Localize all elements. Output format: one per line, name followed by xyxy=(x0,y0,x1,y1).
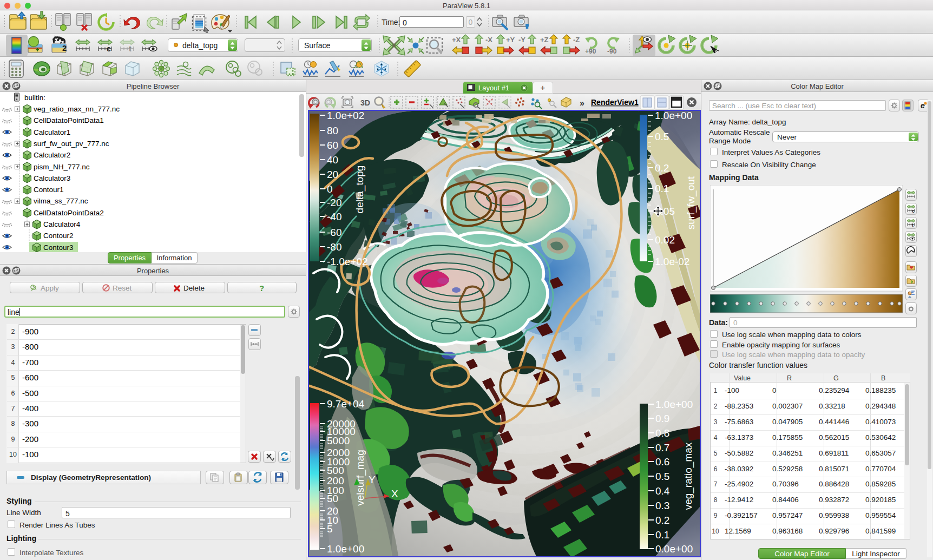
svg-text:0: 0 xyxy=(327,183,333,195)
svg-text:delta_topg: delta_topg xyxy=(354,166,366,214)
svg-text:40: 40 xyxy=(327,154,338,166)
svg-text:vilma_ss_777.nc: vilma_ss_777.nc xyxy=(34,197,88,205)
svg-text:0.0e+00: 0.0e+00 xyxy=(655,543,693,555)
svg-text:-Z: -Z xyxy=(573,36,580,44)
svg-text:Contour3: Contour3 xyxy=(43,243,74,252)
svg-text:9.7e+04: 9.7e+04 xyxy=(327,398,365,410)
svg-text:Calculator4: Calculator4 xyxy=(43,220,81,228)
svg-text:0.1: 0.1 xyxy=(655,529,669,541)
svg-text:60: 60 xyxy=(327,140,338,151)
svg-text:3D: 3D xyxy=(360,98,370,107)
svg-text:0.5: 0.5 xyxy=(655,471,669,482)
svg-text:CellDatatoPointData2: CellDatatoPointData2 xyxy=(34,209,104,217)
svg-text:0.2: 0.2 xyxy=(655,515,669,526)
svg-text:+Z: +Z xyxy=(540,36,549,44)
svg-text:+90: +90 xyxy=(585,48,596,55)
svg-text:50: 50 xyxy=(327,493,338,504)
svg-text:surf_fw_out_pv_777.nc: surf_fw_out_pv_777.nc xyxy=(34,140,109,148)
svg-text:0.6: 0.6 xyxy=(655,456,669,467)
svg-text:1.0e+02: 1.0e+02 xyxy=(327,111,364,121)
svg-text:+X: +X xyxy=(452,36,461,44)
svg-text:-Y: -Y xyxy=(518,36,525,44)
svg-text:Contour2: Contour2 xyxy=(43,232,74,240)
svg-text:RenderView1: RenderView1 xyxy=(591,98,639,107)
svg-text:0.02: 0.02 xyxy=(655,234,675,246)
svg-text:surf_fw_out: surf_fw_out xyxy=(685,176,697,229)
svg-text:1.0e+00: 1.0e+00 xyxy=(327,543,364,555)
svg-text:5000: 5000 xyxy=(327,435,350,446)
svg-text:1.0e+00: 1.0e+00 xyxy=(655,399,693,410)
svg-text:-80: -80 xyxy=(327,241,341,253)
svg-text:0.3: 0.3 xyxy=(655,500,669,511)
svg-text:20: 20 xyxy=(327,169,338,180)
svg-text:Y: Y xyxy=(369,474,376,485)
svg-text:»: » xyxy=(580,98,584,108)
svg-text:-90: -90 xyxy=(607,48,617,55)
svg-text:veg_ratio_max: veg_ratio_max xyxy=(682,442,694,510)
svg-text:0.2: 0.2 xyxy=(655,162,669,174)
svg-text:Calculator2: Calculator2 xyxy=(34,151,70,159)
svg-text:-1.0e+02: -1.0e+02 xyxy=(327,256,368,267)
svg-text:-X: -X xyxy=(485,36,492,44)
svg-text:e: e xyxy=(921,101,925,110)
svg-text:Calculator1: Calculator1 xyxy=(34,128,70,136)
svg-text:Contour1: Contour1 xyxy=(34,186,64,194)
svg-text:0.8: 0.8 xyxy=(655,427,669,439)
svg-text:80: 80 xyxy=(327,125,338,136)
svg-text:-60: -60 xyxy=(327,227,341,238)
svg-text:1.0e+00: 1.0e+00 xyxy=(655,111,692,121)
svg-text:t: t xyxy=(912,222,914,228)
svg-text:0.4: 0.4 xyxy=(655,485,670,497)
svg-text:-20: -20 xyxy=(327,197,341,208)
svg-text:veg_ratio_max_nn_777.nc: veg_ratio_max_nn_777.nc xyxy=(34,105,120,113)
svg-text:c: c xyxy=(912,208,915,214)
svg-text:builtin:: builtin: xyxy=(24,94,45,102)
svg-text:pism_NH_777.nc: pism_NH_777.nc xyxy=(34,163,90,171)
svg-text:0.5: 0.5 xyxy=(655,131,669,142)
svg-text:1.0e-02: 1.0e-02 xyxy=(655,256,689,267)
svg-text:0.9: 0.9 xyxy=(655,413,669,424)
svg-text:X: X xyxy=(391,488,398,499)
svg-text:5: 5 xyxy=(327,523,333,535)
svg-text:+Y: +Y xyxy=(506,36,515,44)
svg-text:500: 500 xyxy=(327,465,344,476)
svg-text:0.1: 0.1 xyxy=(655,183,669,194)
svg-text:0.7: 0.7 xyxy=(655,442,669,453)
svg-text:Calculator3: Calculator3 xyxy=(34,174,70,182)
svg-text:CellDatatoPointData1: CellDatatoPointData1 xyxy=(34,116,104,124)
svg-text:-40: -40 xyxy=(327,211,341,222)
